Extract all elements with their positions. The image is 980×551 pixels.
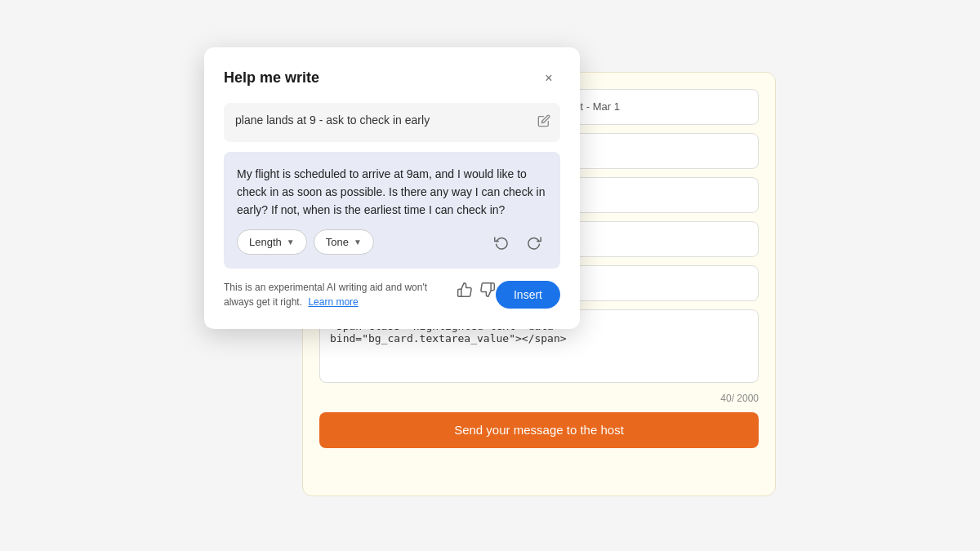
tone-arrow-icon: ▼: [354, 238, 362, 247]
disclaimer-text: This is an experimental AI writing aid a…: [224, 280, 450, 309]
length-label: Length: [249, 236, 282, 248]
modal-title: Help me write: [224, 69, 319, 87]
close-icon: ×: [545, 71, 552, 86]
length-dropdown[interactable]: Length ▼: [237, 229, 307, 255]
edit-icon[interactable]: [537, 114, 550, 131]
tone-dropdown[interactable]: Tone ▼: [314, 229, 374, 255]
feedback-icons: [457, 282, 496, 302]
generated-text: My flight is scheduled to arrive at 9am,…: [237, 165, 547, 220]
prompt-text: plane lands at 9 - ask to check in early: [235, 113, 430, 127]
send-message-button[interactable]: Send your message to the host: [319, 412, 759, 448]
learn-more-link[interactable]: Learn more: [308, 296, 358, 308]
help-me-write-modal: Help me write × plane lands at 9 - ask t…: [204, 47, 580, 329]
insert-button[interactable]: Insert: [496, 281, 560, 309]
undo-button[interactable]: [488, 229, 514, 256]
refresh-button[interactable]: [521, 229, 547, 256]
thumbs-down-button[interactable]: [479, 282, 496, 302]
modal-header: Help me write ×: [224, 67, 560, 90]
char-counter: 40/ 2000: [319, 393, 759, 404]
controls-row: Length ▼ Tone ▼: [237, 229, 547, 256]
insert-label: Insert: [514, 288, 542, 301]
tone-label: Tone: [326, 236, 349, 248]
thumbs-up-button[interactable]: [457, 282, 473, 302]
close-button[interactable]: ×: [537, 67, 560, 90]
prompt-area[interactable]: plane lands at 9 - ask to check in early: [224, 103, 560, 142]
generated-area: My flight is scheduled to arrive at 9am,…: [224, 152, 560, 269]
length-arrow-icon: ▼: [287, 238, 295, 247]
modal-footer: This is an experimental AI writing aid a…: [224, 280, 560, 309]
